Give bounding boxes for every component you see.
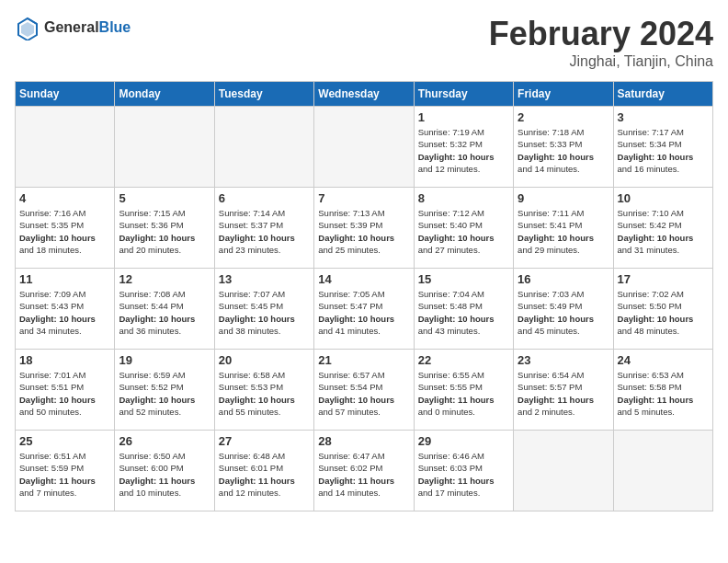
calendar-table: Sunday Monday Tuesday Wednesday Thursday… [15,81,713,511]
day-info: Sunrise: 6:55 AMSunset: 5:55 PMDaylight:… [418,369,509,418]
day-number: 12 [119,272,210,286]
calendar-cell: 10Sunrise: 7:10 AMSunset: 5:42 PMDayligh… [613,188,712,269]
day-info: Sunrise: 6:46 AMSunset: 6:03 PMDaylight:… [418,450,509,499]
calendar-cell [613,431,712,511]
col-sunday: Sunday [16,82,115,107]
day-number: 29 [418,434,509,448]
calendar-cell: 29Sunrise: 6:46 AMSunset: 6:03 PMDayligh… [414,431,513,511]
day-info: Sunrise: 7:01 AMSunset: 5:51 PMDaylight:… [19,369,110,418]
day-number: 21 [318,353,409,367]
col-friday: Friday [514,82,613,107]
day-number: 3 [618,110,709,124]
day-number: 25 [19,434,110,448]
calendar-cell: 25Sunrise: 6:51 AMSunset: 5:59 PMDayligh… [16,431,115,511]
calendar-cell: 2Sunrise: 7:18 AMSunset: 5:33 PMDaylight… [514,107,613,188]
calendar-header-row: Sunday Monday Tuesday Wednesday Thursday… [16,82,713,107]
day-number: 23 [518,353,609,367]
calendar-cell: 15Sunrise: 7:04 AMSunset: 5:48 PMDayligh… [414,269,513,350]
day-info: Sunrise: 7:12 AMSunset: 5:40 PMDaylight:… [418,207,509,256]
calendar-cell: 11Sunrise: 7:09 AMSunset: 5:43 PMDayligh… [16,269,115,350]
calendar-cell: 20Sunrise: 6:58 AMSunset: 5:53 PMDayligh… [214,350,313,431]
svg-marker-1 [21,22,34,37]
day-info: Sunrise: 7:13 AMSunset: 5:39 PMDaylight:… [318,207,409,256]
day-number: 10 [618,191,709,205]
day-number: 1 [418,110,509,124]
logo: GeneralBlue [15,15,131,40]
day-info: Sunrise: 6:53 AMSunset: 5:58 PMDaylight:… [618,369,709,418]
calendar-cell: 23Sunrise: 6:54 AMSunset: 5:57 PMDayligh… [514,350,613,431]
calendar-cell: 17Sunrise: 7:02 AMSunset: 5:50 PMDayligh… [613,269,712,350]
day-info: Sunrise: 6:59 AMSunset: 5:52 PMDaylight:… [119,369,210,418]
day-info: Sunrise: 7:03 AMSunset: 5:49 PMDaylight:… [518,288,609,337]
calendar-cell [514,431,613,511]
day-number: 14 [318,272,409,286]
day-info: Sunrise: 7:19 AMSunset: 5:32 PMDaylight:… [418,126,509,175]
calendar-location: Jinghai, Tianjin, China [489,53,713,70]
day-info: Sunrise: 7:02 AMSunset: 5:50 PMDaylight:… [618,288,709,337]
calendar-week-5: 25Sunrise: 6:51 AMSunset: 5:59 PMDayligh… [16,431,713,511]
calendar-cell: 26Sunrise: 6:50 AMSunset: 6:00 PMDayligh… [115,431,214,511]
day-number: 2 [518,110,609,124]
day-info: Sunrise: 7:17 AMSunset: 5:34 PMDaylight:… [618,126,709,175]
logo-text: GeneralBlue [44,19,131,36]
day-info: Sunrise: 7:05 AMSunset: 5:47 PMDaylight:… [318,288,409,337]
day-info: Sunrise: 6:57 AMSunset: 5:54 PMDaylight:… [318,369,409,418]
day-info: Sunrise: 7:15 AMSunset: 5:36 PMDaylight:… [119,207,210,256]
calendar-cell [214,107,313,188]
day-number: 8 [418,191,509,205]
calendar-cell: 13Sunrise: 7:07 AMSunset: 5:45 PMDayligh… [214,269,313,350]
calendar-cell: 24Sunrise: 6:53 AMSunset: 5:58 PMDayligh… [613,350,712,431]
day-info: Sunrise: 7:07 AMSunset: 5:45 PMDaylight:… [219,288,310,337]
calendar-week-2: 4Sunrise: 7:16 AMSunset: 5:35 PMDaylight… [16,188,713,269]
day-number: 16 [518,272,609,286]
col-thursday: Thursday [414,82,513,107]
day-number: 20 [219,353,310,367]
calendar-cell: 21Sunrise: 6:57 AMSunset: 5:54 PMDayligh… [314,350,414,431]
day-number: 6 [219,191,310,205]
calendar-cell: 3Sunrise: 7:17 AMSunset: 5:34 PMDaylight… [613,107,712,188]
day-info: Sunrise: 6:48 AMSunset: 6:01 PMDaylight:… [219,450,310,499]
day-number: 5 [119,191,210,205]
day-number: 22 [418,353,509,367]
day-info: Sunrise: 6:50 AMSunset: 6:00 PMDaylight:… [119,450,210,499]
calendar-week-1: 1Sunrise: 7:19 AMSunset: 5:32 PMDaylight… [16,107,713,188]
calendar-cell: 7Sunrise: 7:13 AMSunset: 5:39 PMDaylight… [314,188,414,269]
day-info: Sunrise: 6:54 AMSunset: 5:57 PMDaylight:… [518,369,609,418]
calendar-cell [16,107,115,188]
day-info: Sunrise: 6:58 AMSunset: 5:53 PMDaylight:… [219,369,310,418]
day-info: Sunrise: 7:11 AMSunset: 5:41 PMDaylight:… [518,207,609,256]
calendar-cell: 8Sunrise: 7:12 AMSunset: 5:40 PMDaylight… [414,188,513,269]
day-info: Sunrise: 6:47 AMSunset: 6:02 PMDaylight:… [318,450,409,499]
calendar-cell: 16Sunrise: 7:03 AMSunset: 5:49 PMDayligh… [514,269,613,350]
calendar-cell: 12Sunrise: 7:08 AMSunset: 5:44 PMDayligh… [115,269,214,350]
day-number: 11 [19,272,110,286]
day-number: 13 [219,272,310,286]
calendar-cell [314,107,414,188]
day-number: 24 [618,353,709,367]
day-number: 7 [318,191,409,205]
day-info: Sunrise: 7:16 AMSunset: 5:35 PMDaylight:… [19,207,110,256]
title-block: February 2024 Jinghai, Tianjin, China [489,15,713,70]
day-info: Sunrise: 7:08 AMSunset: 5:44 PMDaylight:… [119,288,210,337]
calendar-cell: 18Sunrise: 7:01 AMSunset: 5:51 PMDayligh… [16,350,115,431]
day-info: Sunrise: 6:51 AMSunset: 5:59 PMDaylight:… [19,450,110,499]
day-info: Sunrise: 7:18 AMSunset: 5:33 PMDaylight:… [518,126,609,175]
calendar-cell: 28Sunrise: 6:47 AMSunset: 6:02 PMDayligh… [314,431,414,511]
day-info: Sunrise: 7:09 AMSunset: 5:43 PMDaylight:… [19,288,110,337]
calendar-cell: 5Sunrise: 7:15 AMSunset: 5:36 PMDaylight… [115,188,214,269]
calendar-cell: 14Sunrise: 7:05 AMSunset: 5:47 PMDayligh… [314,269,414,350]
col-saturday: Saturday [613,82,712,107]
day-number: 9 [518,191,609,205]
col-tuesday: Tuesday [214,82,313,107]
day-number: 27 [219,434,310,448]
day-number: 19 [119,353,210,367]
calendar-cell: 19Sunrise: 6:59 AMSunset: 5:52 PMDayligh… [115,350,214,431]
day-number: 28 [318,434,409,448]
day-number: 15 [418,272,509,286]
day-number: 4 [19,191,110,205]
calendar-week-3: 11Sunrise: 7:09 AMSunset: 5:43 PMDayligh… [16,269,713,350]
calendar-cell: 27Sunrise: 6:48 AMSunset: 6:01 PMDayligh… [214,431,313,511]
calendar-cell: 4Sunrise: 7:16 AMSunset: 5:35 PMDaylight… [16,188,115,269]
day-number: 18 [19,353,110,367]
logo-icon [15,15,40,40]
